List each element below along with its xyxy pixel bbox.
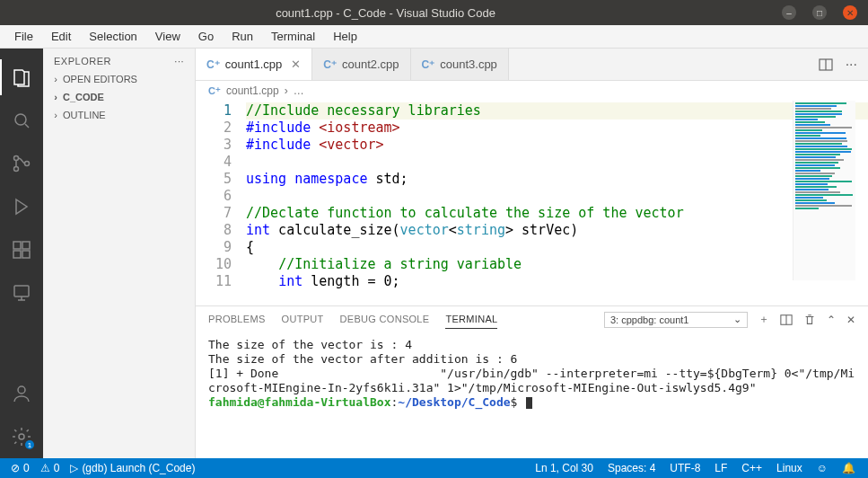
svg-rect-8 [14,286,29,297]
settings-icon[interactable]: 1 [0,415,43,458]
status-item-ln-1-col-30[interactable]: Ln 1, Col 30 [530,462,599,474]
sidebar-more-icon[interactable]: ··· [174,56,184,66]
close-tab-icon[interactable]: ✕ [287,58,301,71]
sidebar-section-outline[interactable]: ›OUTLINE [43,106,195,124]
split-editor-icon[interactable] [819,58,833,72]
menu-view[interactable]: View [146,27,189,46]
search-icon[interactable] [0,99,43,142]
terminal-output[interactable]: The size of the vector is : 4The size of… [196,329,868,458]
cpp-file-icon: C⁺ [206,58,220,71]
status-icon: ⚠ [40,462,50,474]
panel-tabs: PROBLEMSOUTPUTDEBUG CONSOLETERMINAL 3: c… [196,306,868,329]
tab-label: count3.cpp [440,58,497,71]
menu-selection[interactable]: Selection [80,27,145,46]
sidebar-section-open-editors[interactable]: ›OPEN EDITORS [43,70,195,88]
panel: PROBLEMSOUTPUTDEBUG CONSOLETERMINAL 3: c… [196,305,868,458]
kill-terminal-icon[interactable] [803,314,816,326]
status-item-spaces-4[interactable]: Spaces: 4 [602,462,661,474]
new-terminal-icon[interactable]: ＋ [758,312,769,327]
status-icon: ▷ [70,462,78,474]
workbench: 1 EXPLORER ··· ›OPEN EDITORS›C_CODE›OUTL… [0,49,868,458]
sidebar-section-c_code[interactable]: ›C_CODE [43,88,195,106]
remote-icon[interactable] [0,271,43,314]
source-control-icon[interactable] [0,142,43,185]
chevron-right-icon: › [52,74,59,84]
sidebar-title: EXPLORER [54,56,111,66]
menu-help[interactable]: Help [324,27,366,46]
cursor [526,397,532,409]
status-icon: ⊘ [11,462,20,474]
activity-bar: 1 [0,49,43,458]
line-numbers: 1234567891011 [196,101,246,305]
panel-tab-output[interactable]: OUTPUT [282,310,324,329]
accounts-icon[interactable] [0,372,43,415]
close-button[interactable]: ✕ [843,5,857,20]
maximize-button[interactable]: □ [812,5,827,20]
bell-icon[interactable]: 🔔 [837,462,861,474]
svg-rect-5 [22,242,30,249]
editor[interactable]: 1234567891011 //Include necessary librar… [196,101,868,305]
sidebar-section-label: OPEN EDITORS [63,74,137,84]
status-item-lf[interactable]: LF [709,462,732,474]
chevron-right-icon: › [52,92,59,102]
status-bar: ⊘0⚠0▷(gdb) Launch (C_Code) Ln 1, Col 30S… [0,458,868,478]
code-content[interactable]: //Include necessary libraries#include <i… [246,101,868,305]
status-item-linux[interactable]: Linux [771,462,808,474]
status-text: 0 [23,462,30,474]
extensions-icon[interactable] [0,228,43,271]
svg-point-10 [19,434,24,439]
svg-point-1 [14,156,19,161]
svg-point-9 [18,386,25,394]
titlebar: count1.cpp - C_Code - Visual Studio Code… [0,0,868,25]
tabbar-actions: ··· [808,49,868,80]
chevron-right-icon: › [52,110,59,120]
panel-actions: 3: cppdbg: count1 ＋ ⌃ ✕ [604,312,855,328]
minimize-button[interactable]: – [782,5,796,20]
panel-tab-debug-console[interactable]: DEBUG CONSOLE [340,310,430,329]
menu-run[interactable]: Run [223,27,262,46]
svg-rect-6 [13,251,21,258]
menu-go[interactable]: Go [189,27,223,46]
split-terminal-icon[interactable] [780,314,793,326]
terminal-selector[interactable]: 3: cppdbg: count1 [604,312,748,328]
svg-rect-4 [13,242,21,249]
cpp-file-icon: C⁺ [208,85,221,97]
panel-tab-problems[interactable]: PROBLEMS [208,310,266,329]
feedback-icon[interactable]: ☺ [811,462,833,474]
status-item[interactable]: ⊘0 [7,462,33,474]
menu-file[interactable]: File [5,27,42,46]
run-debug-icon[interactable] [0,185,43,228]
status-text: 0 [54,462,60,474]
status-item-utf-8[interactable]: UTF-8 [664,462,706,474]
tab-count1-cpp[interactable]: C⁺count1.cpp✕ [196,49,312,80]
status-text: (gdb) Launch (C_Code) [82,462,195,474]
settings-badge: 1 [25,440,34,449]
sidebar-section-label: C_CODE [63,92,104,102]
close-panel-icon[interactable]: ✕ [846,314,855,326]
menu-terminal[interactable]: Terminal [262,27,324,46]
minimap[interactable] [793,101,855,280]
tab-count3-cpp[interactable]: C⁺count3.cpp [411,49,509,80]
panel-tab-terminal[interactable]: TERMINAL [445,310,497,329]
explorer-icon[interactable] [0,56,43,99]
tab-label: count2.cpp [342,58,399,71]
tab-more-icon[interactable]: ··· [846,57,857,73]
terminal-line: The size of the vector is : 4 [208,338,855,352]
maximize-panel-icon[interactable]: ⌃ [827,314,836,326]
tab-bar: C⁺count1.cpp✕C⁺count2.cppC⁺count3.cpp ··… [196,49,868,81]
menu-edit[interactable]: Edit [42,27,80,46]
menubar: FileEditSelectionViewGoRunTerminalHelp [0,25,868,49]
terminal-prompt[interactable]: fahmida@fahmida-VirtualBox:~/Desktop/C_C… [208,395,855,410]
window-title: count1.cpp - C_Code - Visual Studio Code [0,6,771,20]
window-frame: count1.cpp - C_Code - Visual Studio Code… [0,0,868,478]
terminal-line: [1] + Done "/usr/bin/gdb" --interpreter=… [208,367,855,395]
cpp-file-icon: C⁺ [422,58,435,71]
sidebar-header: EXPLORER ··· [43,49,195,70]
window-controls: – □ ✕ [771,5,868,20]
status-item-c-[interactable]: C++ [736,462,767,474]
status-item[interactable]: ▷(gdb) Launch (C_Code) [66,462,198,474]
cpp-file-icon: C⁺ [323,58,337,71]
status-item[interactable]: ⚠0 [37,462,64,474]
tab-count2-cpp[interactable]: C⁺count2.cpp [312,49,410,80]
breadcrumb[interactable]: C⁺ count1.cpp › … [196,81,868,101]
